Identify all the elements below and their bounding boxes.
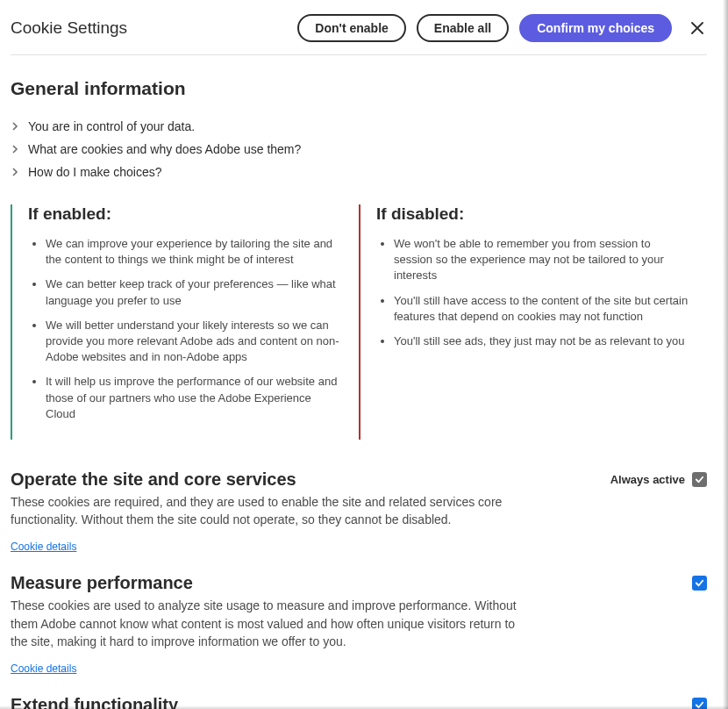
enabled-bullet: It will help us improve the performance … — [46, 374, 343, 422]
enabled-bullet: We can better keep track of your prefere… — [46, 276, 343, 308]
category-operate: Operate the site and core services Alway… — [11, 469, 707, 555]
disabled-bullet: You'll still see ads, they just may not … — [394, 333, 691, 349]
dont-enable-button[interactable]: Don't enable — [297, 14, 405, 42]
enabled-heading: If enabled: — [28, 204, 343, 224]
dialog-header: Cookie Settings Don't enable Enable all … — [11, 9, 707, 55]
category-checkbox[interactable] — [692, 576, 707, 591]
disabled-bullet: You'll still have access to the content … — [394, 293, 691, 325]
always-active-label: Always active — [610, 473, 685, 486]
faq-list: You are in control of your data. What ar… — [11, 115, 707, 183]
enabled-disabled-columns: If enabled: We can improve your experien… — [11, 204, 707, 440]
category-title: Extend functionality — [11, 695, 178, 709]
disabled-column: If disabled: We won't be able to remembe… — [359, 204, 707, 440]
dialog-title: Cookie Settings — [11, 18, 297, 38]
chevron-right-icon — [11, 168, 19, 176]
enabled-bullet: We will better understand your likely in… — [46, 318, 343, 366]
category-checkbox[interactable] — [692, 698, 707, 709]
faq-item-label: How do I make choices? — [28, 165, 162, 179]
disabled-bullet: We won't be able to remember you from se… — [394, 236, 691, 284]
header-buttons: Don't enable Enable all Confirm my choic… — [297, 14, 707, 42]
faq-item-label: What are cookies and why does Adobe use … — [28, 142, 301, 156]
locked-checkbox-icon — [692, 472, 707, 487]
category-extend-functionality: Extend functionality These cookies are u… — [11, 695, 707, 709]
cookie-details-link[interactable]: Cookie details — [11, 541, 76, 553]
chevron-right-icon — [11, 122, 19, 131]
cookie-details-link[interactable]: Cookie details — [11, 662, 76, 675]
faq-item-label: You are in control of your data. — [28, 119, 195, 133]
general-info-section: General information You are in control o… — [11, 78, 707, 440]
category-desc: These cookies are used to analyze site u… — [11, 597, 519, 650]
category-desc: These cookies are required, and they are… — [11, 493, 519, 529]
enable-all-button[interactable]: Enable all — [417, 14, 509, 42]
general-info-heading: General information — [11, 78, 707, 99]
enabled-bullet: We can improve your experience by tailor… — [46, 236, 343, 268]
category-title: Operate the site and core services — [11, 469, 296, 490]
cookie-categories: Operate the site and core services Alway… — [11, 469, 707, 709]
confirm-button[interactable]: Confirm my choices — [519, 14, 672, 42]
faq-item[interactable]: What are cookies and why does Adobe use … — [11, 138, 707, 161]
disabled-heading: If disabled: — [376, 204, 691, 224]
close-icon[interactable] — [688, 18, 707, 39]
enabled-column: If enabled: We can improve your experien… — [11, 204, 359, 440]
faq-item[interactable]: You are in control of your data. — [11, 115, 707, 138]
category-measure-performance: Measure performance These cookies are us… — [11, 573, 707, 676]
chevron-right-icon — [11, 145, 19, 154]
category-title: Measure performance — [11, 573, 193, 593]
faq-item[interactable]: How do I make choices? — [11, 161, 707, 183]
